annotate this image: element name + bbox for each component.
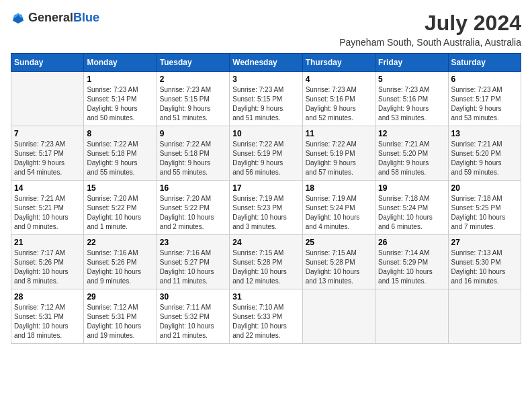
day-number: 21 xyxy=(14,238,81,247)
calendar-cell: 8Sunrise: 7:22 AM Sunset: 5:18 PM Daylig… xyxy=(84,126,157,181)
day-number: 9 xyxy=(160,129,226,138)
day-number: 27 xyxy=(451,238,518,247)
day-number: 5 xyxy=(378,75,445,84)
calendar-cell: 5Sunrise: 7:23 AM Sunset: 5:16 PM Daylig… xyxy=(375,72,448,126)
day-number: 12 xyxy=(378,129,445,138)
day-number: 16 xyxy=(160,183,226,193)
calendar-cell: 31Sunrise: 7:10 AM Sunset: 5:33 PM Dayli… xyxy=(230,289,302,344)
calendar-cell: 22Sunrise: 7:16 AM Sunset: 5:26 PM Dayli… xyxy=(84,235,157,289)
day-info: Sunrise: 7:12 AM Sunset: 5:31 PM Dayligh… xyxy=(87,303,153,340)
day-number: 4 xyxy=(306,75,372,84)
day-info: Sunrise: 7:22 AM Sunset: 5:18 PM Dayligh… xyxy=(87,140,153,177)
day-info: Sunrise: 7:22 AM Sunset: 5:19 PM Dayligh… xyxy=(232,140,299,177)
page-header: GeneralBlue July 2024 Payneham South, So… xyxy=(11,11,521,48)
calendar-cell: 21Sunrise: 7:17 AM Sunset: 5:26 PM Dayli… xyxy=(11,235,84,289)
day-info: Sunrise: 7:23 AM Sunset: 5:16 PM Dayligh… xyxy=(378,85,445,123)
calendar-cell xyxy=(302,289,375,344)
calendar-cell xyxy=(375,289,448,344)
day-info: Sunrise: 7:23 AM Sunset: 5:16 PM Dayligh… xyxy=(306,85,372,123)
calendar-week-2: 7Sunrise: 7:23 AM Sunset: 5:17 PM Daylig… xyxy=(11,126,521,181)
calendar-cell: 30Sunrise: 7:11 AM Sunset: 5:32 PM Dayli… xyxy=(157,289,229,344)
day-number: 26 xyxy=(378,238,445,247)
day-info: Sunrise: 7:14 AM Sunset: 5:29 PM Dayligh… xyxy=(378,248,445,286)
calendar-cell: 28Sunrise: 7:12 AM Sunset: 5:31 PM Dayli… xyxy=(11,289,84,344)
calendar-cell: 16Sunrise: 7:20 AM Sunset: 5:22 PM Dayli… xyxy=(157,181,229,235)
calendar-week-4: 21Sunrise: 7:17 AM Sunset: 5:26 PM Dayli… xyxy=(11,235,521,289)
day-number: 23 xyxy=(160,238,226,247)
day-info: Sunrise: 7:21 AM Sunset: 5:20 PM Dayligh… xyxy=(378,140,445,177)
header-cell-saturday: Saturday xyxy=(448,54,521,72)
day-info: Sunrise: 7:19 AM Sunset: 5:23 PM Dayligh… xyxy=(232,194,299,232)
day-number: 29 xyxy=(87,292,153,302)
calendar-cell: 29Sunrise: 7:12 AM Sunset: 5:31 PM Dayli… xyxy=(84,289,157,344)
calendar-cell: 18Sunrise: 7:19 AM Sunset: 5:24 PM Dayli… xyxy=(302,181,375,235)
calendar-cell: 19Sunrise: 7:18 AM Sunset: 5:24 PM Dayli… xyxy=(375,181,448,235)
day-number: 17 xyxy=(232,183,299,193)
day-info: Sunrise: 7:18 AM Sunset: 5:24 PM Dayligh… xyxy=(378,194,445,232)
day-number: 20 xyxy=(451,183,518,193)
day-info: Sunrise: 7:10 AM Sunset: 5:33 PM Dayligh… xyxy=(232,303,299,340)
day-info: Sunrise: 7:23 AM Sunset: 5:15 PM Dayligh… xyxy=(160,85,226,123)
calendar-cell: 4Sunrise: 7:23 AM Sunset: 5:16 PM Daylig… xyxy=(302,72,375,126)
day-info: Sunrise: 7:20 AM Sunset: 5:22 PM Dayligh… xyxy=(87,194,153,232)
day-info: Sunrise: 7:19 AM Sunset: 5:24 PM Dayligh… xyxy=(306,194,372,232)
day-number: 31 xyxy=(232,292,299,302)
calendar-cell: 14Sunrise: 7:21 AM Sunset: 5:21 PM Dayli… xyxy=(11,181,84,235)
calendar-cell: 1Sunrise: 7:23 AM Sunset: 5:14 PM Daylig… xyxy=(84,72,157,126)
calendar-table: SundayMondayTuesdayWednesdayThursdayFrid… xyxy=(11,53,521,344)
day-info: Sunrise: 7:23 AM Sunset: 5:17 PM Dayligh… xyxy=(451,85,518,123)
month-title: July 2024 xyxy=(339,11,521,36)
calendar-cell: 25Sunrise: 7:15 AM Sunset: 5:28 PM Dayli… xyxy=(302,235,375,289)
day-info: Sunrise: 7:21 AM Sunset: 5:21 PM Dayligh… xyxy=(14,194,81,232)
calendar-cell: 10Sunrise: 7:22 AM Sunset: 5:19 PM Dayli… xyxy=(230,126,302,181)
day-number: 28 xyxy=(14,292,81,302)
location-title: Payneham South, South Australia, Austral… xyxy=(339,37,521,48)
calendar-cell: 11Sunrise: 7:22 AM Sunset: 5:19 PM Dayli… xyxy=(302,126,375,181)
day-number: 19 xyxy=(378,183,445,193)
day-number: 24 xyxy=(232,238,299,247)
day-info: Sunrise: 7:15 AM Sunset: 5:28 PM Dayligh… xyxy=(232,248,299,286)
calendar-cell: 26Sunrise: 7:14 AM Sunset: 5:29 PM Dayli… xyxy=(375,235,448,289)
calendar-header: SundayMondayTuesdayWednesdayThursdayFrid… xyxy=(11,54,521,72)
calendar-cell: 12Sunrise: 7:21 AM Sunset: 5:20 PM Dayli… xyxy=(375,126,448,181)
calendar-cell xyxy=(448,289,521,344)
calendar-week-3: 14Sunrise: 7:21 AM Sunset: 5:21 PM Dayli… xyxy=(11,181,521,235)
day-info: Sunrise: 7:17 AM Sunset: 5:26 PM Dayligh… xyxy=(14,248,81,286)
header-cell-friday: Friday xyxy=(375,54,448,72)
header-cell-wednesday: Wednesday xyxy=(230,54,302,72)
logo-general-text: GeneralBlue xyxy=(28,11,99,25)
day-info: Sunrise: 7:23 AM Sunset: 5:17 PM Dayligh… xyxy=(14,140,81,177)
day-info: Sunrise: 7:16 AM Sunset: 5:27 PM Dayligh… xyxy=(160,248,226,286)
calendar-cell: 24Sunrise: 7:15 AM Sunset: 5:28 PM Dayli… xyxy=(230,235,302,289)
calendar-cell: 3Sunrise: 7:23 AM Sunset: 5:15 PM Daylig… xyxy=(230,72,302,126)
calendar-cell: 23Sunrise: 7:16 AM Sunset: 5:27 PM Dayli… xyxy=(157,235,229,289)
day-number: 22 xyxy=(87,238,153,247)
day-info: Sunrise: 7:22 AM Sunset: 5:19 PM Dayligh… xyxy=(306,140,372,177)
day-info: Sunrise: 7:23 AM Sunset: 5:15 PM Dayligh… xyxy=(232,85,299,123)
day-number: 2 xyxy=(160,75,226,84)
day-info: Sunrise: 7:18 AM Sunset: 5:25 PM Dayligh… xyxy=(451,194,518,232)
day-info: Sunrise: 7:21 AM Sunset: 5:20 PM Dayligh… xyxy=(451,140,518,177)
header-row: SundayMondayTuesdayWednesdayThursdayFrid… xyxy=(11,54,521,72)
header-cell-sunday: Sunday xyxy=(11,54,84,72)
header-cell-tuesday: Tuesday xyxy=(157,54,229,72)
day-info: Sunrise: 7:12 AM Sunset: 5:31 PM Dayligh… xyxy=(14,303,81,340)
calendar-cell xyxy=(11,72,84,126)
header-cell-thursday: Thursday xyxy=(302,54,375,72)
logo-icon xyxy=(11,11,26,26)
day-info: Sunrise: 7:22 AM Sunset: 5:18 PM Dayligh… xyxy=(160,140,226,177)
day-number: 7 xyxy=(14,129,81,138)
day-info: Sunrise: 7:16 AM Sunset: 5:26 PM Dayligh… xyxy=(87,248,153,286)
calendar-cell: 13Sunrise: 7:21 AM Sunset: 5:20 PM Dayli… xyxy=(448,126,521,181)
day-number: 15 xyxy=(87,183,153,193)
calendar-cell: 2Sunrise: 7:23 AM Sunset: 5:15 PM Daylig… xyxy=(157,72,229,126)
title-block: July 2024 Payneham South, South Australi… xyxy=(339,11,521,48)
day-info: Sunrise: 7:15 AM Sunset: 5:28 PM Dayligh… xyxy=(306,248,372,286)
day-info: Sunrise: 7:23 AM Sunset: 5:14 PM Dayligh… xyxy=(87,85,153,123)
day-number: 10 xyxy=(232,129,299,138)
calendar-cell: 17Sunrise: 7:19 AM Sunset: 5:23 PM Dayli… xyxy=(230,181,302,235)
day-number: 3 xyxy=(232,75,299,84)
calendar-cell: 27Sunrise: 7:13 AM Sunset: 5:30 PM Dayli… xyxy=(448,235,521,289)
calendar-cell: 9Sunrise: 7:22 AM Sunset: 5:18 PM Daylig… xyxy=(157,126,229,181)
calendar-cell: 20Sunrise: 7:18 AM Sunset: 5:25 PM Dayli… xyxy=(448,181,521,235)
